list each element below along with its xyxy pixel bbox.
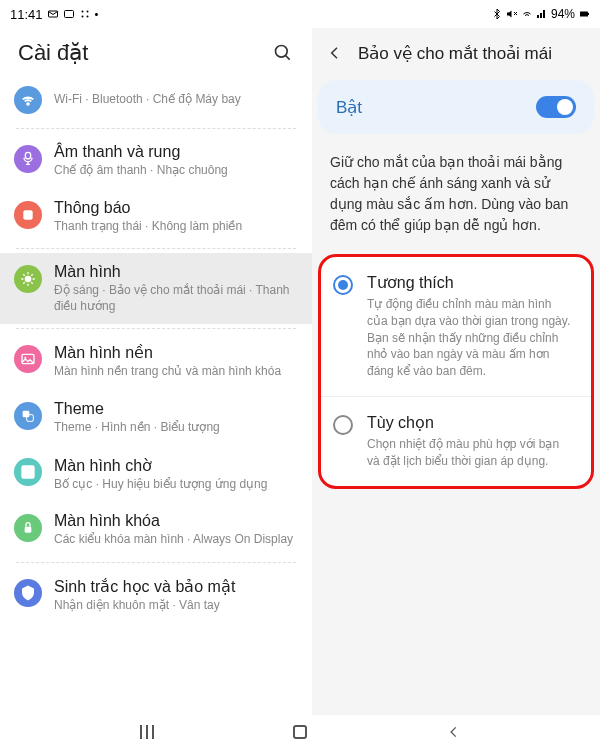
svg-point-3 [86,11,88,13]
mute-icon [506,8,518,20]
option-custom[interactable]: Tùy chọn Chọn nhiệt độ màu phù hợp với b… [321,396,591,486]
option-adaptive[interactable]: Tương thích Tự động điều chỉnh màu màn h… [321,257,591,396]
settings-list: Wi-Fi · Bluetooth · Chế độ Máy bay Âm th… [0,84,312,717]
feature-description: Giữ cho mắt của bạn thoải mái bằng cách … [318,152,594,254]
wifi-icon [521,8,533,20]
svg-rect-13 [23,210,32,219]
search-button[interactable] [272,42,294,64]
item-sub: Độ sáng · Bảo vệ cho mắt thoải mái · Tha… [54,283,298,314]
item-sub: Bố cục · Huy hiệu biểu tượng ứng dụng [54,477,298,493]
sidebar-item[interactable]: Màn hìnhĐộ sáng · Bảo vệ cho mắt thoải m… [0,253,312,324]
sidebar-item[interactable]: Màn hình chờBố cục · Huy hiệu biểu tượng… [0,446,312,503]
item-sub: Thanh trạng thái · Không làm phiền [54,219,298,235]
svg-point-20 [26,470,30,474]
status-bar: 11:41 • 94% [0,0,600,28]
item-icon [14,345,42,373]
item-icon [14,458,42,486]
item-title: Theme [54,400,298,418]
nav-back[interactable] [434,723,474,741]
chevron-left-icon [327,45,343,61]
item-title: Màn hình [54,263,298,281]
option-desc: Tự động điều chỉnh màu màn hình của bạn … [367,296,575,380]
svg-point-2 [81,11,83,13]
svg-rect-21 [25,527,32,533]
item-title: Thông báo [54,199,298,217]
sidebar-item-connections[interactable]: Wi-Fi · Bluetooth · Chế độ Máy bay [0,84,312,124]
bluetooth-icon [491,8,503,20]
toggle-switch[interactable] [536,96,576,118]
item-title: Sinh trắc học và bảo mật [54,577,298,596]
item-sub: Nhận diện khuôn mặt · Vân tay [54,598,298,614]
item-icon [14,514,42,542]
item-icon [14,402,42,430]
option-desc: Chọn nhiệt độ màu phù hợp với bạn và đặt… [367,436,575,470]
item-sub: Theme · Hình nền · Biểu tượng [54,420,298,436]
item-sub: Các kiểu khóa màn hình · Always On Displ… [54,532,298,548]
sidebar-item[interactable]: Màn hình nềnMàn hình nền trang chủ và mà… [0,333,312,390]
item-title: Màn hình nền [54,343,298,362]
back-button[interactable] [324,42,346,64]
mail-icon [47,8,59,20]
toggle-label: Bật [336,97,362,118]
divider [16,328,296,329]
svg-point-10 [276,46,288,58]
svg-rect-17 [23,411,30,418]
svg-point-12 [27,103,29,105]
item-sub: Màn hình nền trang chủ và màn hình khóa [54,364,298,380]
picture-icon [63,8,75,20]
item-title: Màn hình khóa [54,512,298,530]
item-icon [14,265,42,293]
svg-line-11 [286,56,290,60]
nav-home[interactable] [293,725,307,739]
detail-pane: Bảo vệ cho mắt thoải mái Bật Giữ cho mắt… [312,28,600,717]
more-icon: • [95,8,99,20]
signal-icon [536,8,548,20]
sidebar-item[interactable]: Thông báoThanh trạng thái · Không làm ph… [0,189,312,245]
master-toggle-card[interactable]: Bật [318,80,594,134]
item-title: Âm thanh và rung [54,143,298,161]
battery-text: 94% [551,7,575,21]
option-group: Tương thích Tự động điều chỉnh màu màn h… [318,254,594,489]
divider [16,128,296,129]
divider [16,562,296,563]
item-icon [14,145,42,173]
item-title: Màn hình chờ [54,456,298,475]
page-title: Cài đặt [18,40,88,66]
option-title: Tùy chọn [367,413,575,432]
search-icon [273,43,293,63]
nav-recent[interactable] [127,723,167,741]
item-icon [14,579,42,607]
svg-rect-1 [64,11,73,18]
detail-title: Bảo vệ cho mắt thoải mái [358,43,552,64]
status-time: 11:41 [10,7,43,22]
item-sub: Chế độ âm thanh · Nhạc chuông [54,163,298,179]
wifi-icon [20,92,36,108]
divider [16,248,296,249]
sidebar-item[interactable]: ThemeTheme · Hình nền · Biểu tượng [0,390,312,446]
nav-bar [0,715,600,749]
settings-sidebar: Cài đặt Wi-Fi · Bluetooth · Chế độ Máy b… [0,28,312,717]
sidebar-item[interactable]: Sinh trắc học và bảo mậtNhận diện khuôn … [0,567,312,624]
radio-custom[interactable] [333,415,353,435]
battery-icon [578,8,590,20]
connections-sub: Wi-Fi · Bluetooth · Chế độ Máy bay [54,92,298,108]
sidebar-item[interactable]: Âm thanh và rungChế độ âm thanh · Nhạc c… [0,133,312,189]
svg-point-4 [81,16,83,18]
svg-point-14 [25,276,32,283]
option-title: Tương thích [367,273,575,292]
radio-adaptive[interactable] [333,275,353,295]
sidebar-item[interactable]: Màn hình khóaCác kiểu khóa màn hình · Al… [0,502,312,558]
item-icon [14,201,42,229]
app-icon [79,8,91,20]
svg-rect-8 [580,12,588,17]
svg-rect-9 [588,13,589,15]
svg-point-5 [86,16,88,18]
